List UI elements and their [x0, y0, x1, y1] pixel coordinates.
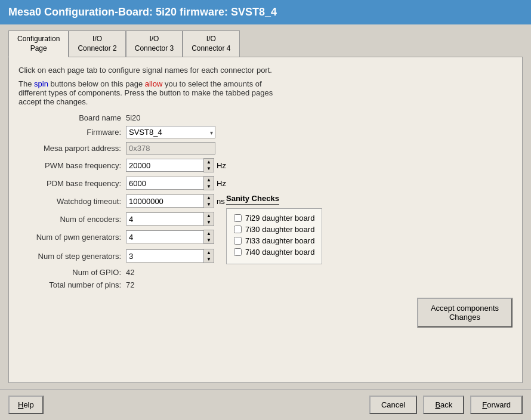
pwm-base-down[interactable]: ▼: [204, 165, 214, 172]
forward-button[interactable]: Forward: [470, 396, 523, 414]
sanity-label-1: 7i30 daughter board: [245, 225, 314, 234]
step-gen-down[interactable]: ▼: [204, 256, 214, 262]
info-line1: Click on each page tab to configure sign…: [18, 66, 513, 75]
encoders-spin: ▲ ▼: [126, 212, 214, 226]
firmware-select[interactable]: SVST8_4 SVST8_3 SVST8_2: [126, 126, 215, 138]
forward-rest: orward: [487, 400, 511, 409]
sanity-check-1[interactable]: [234, 226, 242, 233]
pwm-base-row: PWM base frequency: ▲ ▼ Hz: [18, 158, 513, 172]
config-panel: Click on each page tab to configure sign…: [8, 57, 523, 383]
watchdog-spin: ▲ ▼ ns: [126, 194, 225, 208]
sanity-item-3: 7i40 daughter board: [234, 248, 314, 257]
step-gen-label: Num of step generators:: [18, 252, 126, 261]
pwm-gen-spin: ▲ ▼: [126, 230, 214, 244]
watchdog-up[interactable]: ▲: [204, 194, 214, 201]
firmware-label: Firmware:: [18, 128, 126, 137]
total-pins-row: Total number of pins: 72: [18, 280, 513, 289]
help-label-rest: elp: [23, 400, 33, 409]
pwm-base-input[interactable]: [126, 159, 203, 172]
sanity-check-3[interactable]: [234, 248, 242, 256]
sanity-group: 7i29 daughter board 7i30 daughter board …: [226, 208, 322, 264]
back-button[interactable]: Back: [423, 396, 464, 414]
pwm-base-unit: Hz: [217, 161, 226, 170]
gpio-label: Num of GPIO:: [18, 268, 126, 277]
pwm-base-spin: ▲ ▼ Hz: [126, 158, 226, 172]
sanity-title: Sanity Checks: [226, 194, 279, 205]
footer-right: Cancel Back Forward: [369, 396, 523, 414]
pwm-base-spinbtns: ▲ ▼: [203, 158, 214, 172]
tab-config[interactable]: ConfigurationPage: [8, 30, 69, 57]
gpio-value: 42: [126, 268, 134, 277]
window-title: Mesa0 Configuration-Board: 5i20 firmware…: [8, 6, 277, 18]
total-pins-label: Total number of pins:: [18, 280, 126, 289]
sanity-item-1: 7i30 daughter board: [234, 225, 314, 234]
form-section: Board name 5i20 Firmware: SVST8_4 SVST8_…: [18, 113, 513, 328]
tab-io2[interactable]: I/OConnector 2: [69, 30, 125, 57]
board-name-row: Board name 5i20: [18, 113, 513, 122]
pdm-base-input[interactable]: [126, 177, 203, 190]
sanity-item-2: 7i33 daughter board: [234, 236, 314, 245]
firmware-row: Firmware: SVST8_4 SVST8_3 SVST8_2 ▾: [18, 126, 513, 138]
tab-io4[interactable]: I/OConnector 4: [183, 30, 239, 57]
total-pins-value: 72: [126, 280, 134, 289]
parport-label: Mesa parport address:: [18, 144, 126, 153]
sanity-label-2: 7i33 daughter board: [245, 236, 314, 245]
pwm-gen-label: Num of pwm generators:: [18, 233, 126, 242]
pdm-base-down[interactable]: ▼: [204, 183, 214, 190]
info-line2: The spin buttons below on this page allo…: [18, 79, 513, 106]
step-gen-up[interactable]: ▲: [204, 249, 214, 256]
pwm-gen-down[interactable]: ▼: [204, 237, 214, 243]
step-gen-spinbtns: ▲ ▼: [203, 249, 214, 263]
pdm-base-spinbtns: ▲ ▼: [203, 176, 214, 190]
tab-bar: ConfigurationPage I/OConnector 2 I/OConn…: [8, 30, 523, 57]
footer: Help Cancel Back Forward: [0, 389, 531, 420]
parport-row: Mesa parport address:: [18, 142, 513, 155]
parport-input[interactable]: [126, 142, 215, 155]
encoders-label: Num of encoders:: [18, 215, 126, 224]
encoders-down[interactable]: ▼: [204, 219, 214, 226]
back-u: B: [435, 400, 440, 409]
watchdog-down[interactable]: ▼: [204, 201, 214, 208]
accept-button[interactable]: Accept componentsChanges: [417, 298, 513, 328]
cancel-button[interactable]: Cancel: [369, 396, 417, 414]
pwm-base-up[interactable]: ▲: [204, 159, 214, 165]
pwm-base-label: PWM base frequency:: [18, 161, 126, 170]
main-content: ConfigurationPage I/OConnector 2 I/OConn…: [0, 24, 531, 389]
pwm-gen-spinbtns: ▲ ▼: [203, 230, 214, 244]
board-name-label: Board name: [18, 113, 126, 122]
title-bar: Mesa0 Configuration-Board: 5i20 firmware…: [0, 0, 531, 24]
board-name-value: 5i20: [126, 113, 141, 122]
help-button[interactable]: Help: [8, 396, 44, 414]
pdm-base-up[interactable]: ▲: [204, 177, 214, 183]
sanity-checks-section: Sanity Checks 7i29 daughter board 7i30 d…: [226, 194, 322, 264]
pdm-base-spin: ▲ ▼ Hz: [126, 176, 226, 190]
pdm-base-label: PDM base frequency:: [18, 179, 126, 188]
accept-row: Accept componentsChanges: [18, 293, 513, 328]
sanity-label-3: 7i40 daughter board: [245, 248, 314, 257]
watchdog-input[interactable]: [126, 194, 203, 208]
encoders-input[interactable]: [126, 212, 203, 226]
sanity-item-0: 7i29 daughter board: [234, 214, 314, 223]
sanity-check-0[interactable]: [234, 214, 242, 222]
firmware-select-wrapper: SVST8_4 SVST8_3 SVST8_2 ▾: [126, 126, 215, 138]
sanity-label-0: 7i29 daughter board: [245, 214, 314, 223]
step-gen-spin: ▲ ▼: [126, 249, 214, 263]
encoders-up[interactable]: ▲: [204, 212, 214, 219]
watchdog-label: Watchdog timeout:: [18, 197, 126, 206]
cancel-label: Cancel: [381, 400, 405, 409]
pwm-gen-input[interactable]: [126, 230, 203, 243]
step-gen-row: Num of step generators: ▲ ▼ Sanity Check…: [18, 248, 513, 264]
pdm-base-unit: Hz: [217, 179, 226, 188]
help-label-u: H: [18, 400, 23, 409]
sanity-check-2[interactable]: [234, 237, 242, 245]
encoders-spinbtns: ▲ ▼: [203, 212, 214, 226]
watchdog-unit: ns: [217, 197, 225, 206]
tab-io3[interactable]: I/OConnector 3: [126, 30, 183, 57]
step-gen-input[interactable]: [126, 249, 203, 262]
gpio-row: Num of GPIO: 42: [18, 268, 513, 277]
watchdog-spinbtns: ▲ ▼: [203, 194, 214, 208]
pdm-base-row: PDM base frequency: ▲ ▼ Hz: [18, 176, 513, 190]
pwm-gen-up[interactable]: ▲: [204, 230, 214, 237]
back-rest: ack: [440, 400, 452, 409]
